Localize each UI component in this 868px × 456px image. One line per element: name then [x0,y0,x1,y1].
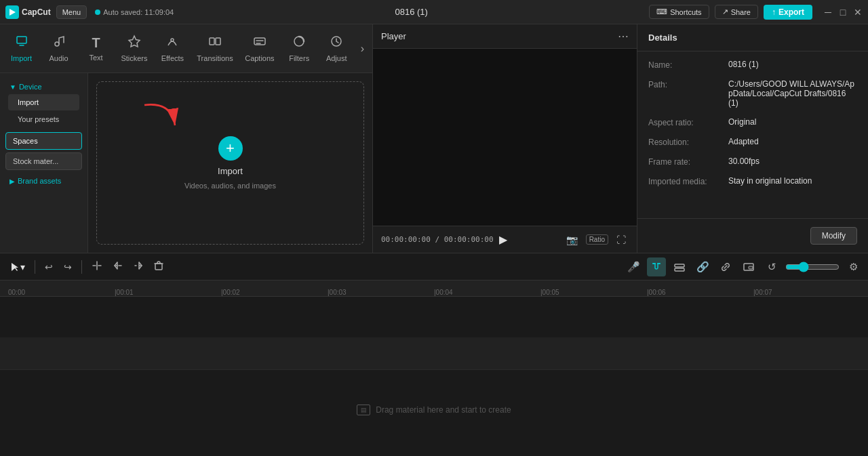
autosave-text: Auto saved: 11:09:04 [103,8,174,16]
fullscreen-button[interactable]: ⛶ [614,233,629,247]
tab-stickers[interactable]: Stickers [115,29,154,68]
zoom-slider[interactable] [785,262,840,272]
panel-body: ▼ Device Import Your presets Spaces Stoc… [0,73,372,253]
svg-marker-0 [9,9,16,16]
menu-button[interactable]: Menu [56,5,87,19]
detail-label-resolution: Resolution: [648,137,723,147]
svg-rect-12 [675,268,684,271]
ruler-mark-5: |00:05 [540,289,647,296]
layout-button[interactable] [670,257,689,276]
tab-captions-label: Captions [245,54,274,62]
import-sublabel: Videos, audios, and images [184,182,276,190]
tab-adjust-label: Adjust [326,54,347,62]
svg-rect-14 [749,266,753,269]
sidebar-item-import[interactable]: Import [8,94,79,110]
delete-button[interactable] [150,259,167,274]
magnet-button[interactable] [647,257,666,276]
detail-value-resolution: Adapted [728,137,857,146]
detail-row-name: Name: 0816 (1) [648,60,857,70]
player-right-controls: 📷 Ratio ⛶ [564,233,629,247]
settings-button[interactable]: ⚙ [844,257,863,276]
brand-chevron-icon: ▶ [9,178,15,185]
toolbar-separator-1 [35,260,35,274]
player-menu-button[interactable]: ⋯ [618,30,629,43]
import-drop-zone[interactable]: + Import Videos, audios, and images [96,81,364,245]
detail-row-framerate: Frame rate: 30.00fps [648,157,857,167]
device-chevron-icon: ▼ [9,83,16,91]
tab-adjust[interactable]: Adjust [318,29,355,68]
app-logo: CapCut [5,5,51,19]
sidebar-stock-button[interactable]: Stock mater... [5,152,82,170]
undo-zoom-button[interactable]: ↺ [762,257,781,276]
minimize-button[interactable]: ─ [823,7,833,17]
pip-button[interactable] [739,257,758,276]
tab-captions[interactable]: Captions [239,29,281,68]
modify-button[interactable]: Modify [810,227,857,245]
timeline-track [0,337,868,370]
ratio-badge[interactable]: Ratio [586,234,608,245]
detail-value-framerate: 30.00fps [728,157,857,166]
tab-filters[interactable]: Filters [281,29,318,68]
titlebar: CapCut Menu Auto saved: 11:09:04 0816 (1… [0,0,868,24]
tabs-more-button[interactable]: › [355,40,370,58]
undo-button[interactable]: ↩ [41,260,57,274]
ruler-mark-2: |00:02 [221,289,328,296]
screenshot-button[interactable]: 📷 [564,233,580,247]
sidebar-item-presets[interactable]: Your presets [8,111,79,127]
detail-label-framerate: Frame rate: [648,157,723,167]
select-tool-button[interactable]: ▾ [5,260,29,274]
export-button[interactable]: ↑ Export [764,5,812,20]
stickers-tab-icon [127,35,141,51]
redo-button[interactable]: ↪ [60,260,76,274]
sidebar-device-label: Device [19,83,42,91]
details-header: Details [637,24,868,51]
right-panel: Details Name: 0816 (1) Path: C:/Users/GO… [637,24,868,253]
svg-rect-4 [210,38,214,45]
tab-transitions[interactable]: Transitions [191,29,239,68]
autosave-indicator: Auto saved: 11:09:04 [95,8,174,16]
play-button[interactable]: ▶ [499,233,507,246]
import-area: + Import Videos, audios, and images [88,73,372,253]
window-controls: ─ □ ✕ [823,7,863,17]
tab-audio[interactable]: Audio [40,29,77,68]
split-button[interactable] [87,259,106,274]
maximize-button[interactable]: □ [838,7,848,17]
tab-import[interactable]: Import [3,29,40,68]
detail-value-aspect: Original [728,117,857,127]
titlebar-actions: ⌨ Shortcuts ↗ Share ↑ Export ─ □ ✕ [649,5,863,20]
timeline-ruler: 00:00 |00:01 |00:02 |00:03 |00:04 |00:05… [0,281,868,297]
detail-value-name: 0816 (1) [728,60,857,69]
detail-label-aspect: Aspect ratio: [648,117,723,127]
adjust-tab-icon [330,35,343,51]
svg-rect-10 [155,264,162,270]
tab-effects[interactable]: Effects [154,29,191,68]
tab-text[interactable]: T Text [77,30,115,67]
sidebar-brand-header[interactable]: ▶ Brand assets [5,174,82,188]
close-button[interactable]: ✕ [853,7,863,17]
logo-icon [5,5,19,19]
tab-audio-label: Audio [49,54,68,62]
main-content: Import Audio T Text [0,24,868,253]
ruler-marks: 00:00 |00:01 |00:02 |00:03 |00:04 |00:05… [8,289,860,296]
export-icon: ↑ [772,7,776,17]
link-button[interactable]: 🔗 [693,257,712,276]
ruler-mark-7: |00:07 [753,289,860,296]
details-footer: Modify [637,218,868,253]
svg-rect-1 [17,37,26,43]
share-button[interactable]: ↗ Share [715,5,758,19]
player-header: Player ⋯ [373,24,637,49]
trim-right-button[interactable] [130,259,147,274]
sidebar-device-section: ▼ Device Import Your presets [0,79,87,129]
sidebar-device-header[interactable]: ▼ Device [5,80,82,94]
autosave-dot [95,9,100,15]
svg-rect-11 [675,264,684,267]
trim-left-button[interactable] [109,259,127,274]
captions-tab-icon [253,35,267,51]
shortcuts-button[interactable]: ⌨ Shortcuts [649,5,709,19]
player-controls: 00:00:00:00 / 00:00:00:00 ▶ 📷 Ratio ⛶ [373,226,637,253]
unlink-button[interactable] [716,257,735,276]
svg-rect-5 [216,38,220,45]
mic-button[interactable]: 🎤 [624,257,643,276]
drag-hint-text: Drag material here and start to create [376,405,511,415]
sidebar-spaces-button[interactable]: Spaces [5,132,82,150]
